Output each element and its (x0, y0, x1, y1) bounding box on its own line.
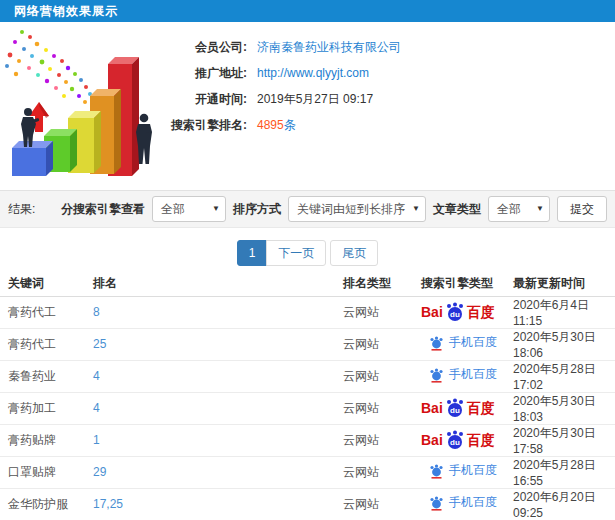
table-row: 膏药代工25云网站手机百度2020年5月30日 18:06 (0, 328, 615, 360)
engine-type-cell: 手机百度 (413, 456, 505, 488)
baidu-paw-icon: du (444, 430, 466, 450)
rank-type-cell: 云网站 (335, 392, 413, 424)
baidu-paw-icon: du (444, 302, 466, 322)
baidu-logo: Baidu百度 (421, 398, 495, 418)
promo-url-link[interactable]: http://www.qlyyjt.com (257, 66, 369, 80)
pagination: 1 下一页 尾页 (0, 240, 615, 266)
baidu-logo: Baidu百度 (421, 430, 495, 450)
keyword-cell: 口罩贴牌 (0, 456, 85, 488)
rank-link[interactable]: 25 (85, 328, 335, 360)
rank-type-cell: 云网站 (335, 424, 413, 456)
engine-type-cell: Baidu百度 (413, 424, 505, 456)
col-engine-type: 搜索引擎类型 (413, 272, 505, 296)
table-row: 秦鲁药业4云网站手机百度2020年5月28日 17:02 (0, 360, 615, 392)
engine-filter-label: 分搜索引擎查看 (61, 201, 145, 218)
member-info-fields: 会员公司: 济南秦鲁药业科技有限公司 推广地址: http://www.qlyy… (165, 34, 401, 138)
rank-unit: 条 (284, 118, 296, 132)
keyword-cell: 金华防护服 (0, 488, 85, 520)
engine-type-cell: 手机百度 (413, 328, 505, 360)
updated-cell: 2020年5月30日 18:06 (505, 328, 615, 360)
mobile-baidu-logo: 手机百度 (421, 366, 497, 383)
rank-link[interactable]: 4 (85, 392, 335, 424)
open-time-value: 2019年5月27日 09:17 (257, 91, 373, 108)
keyword-cell: 膏药加工 (0, 392, 85, 424)
sort-filter-select[interactable]: 关键词由短到长排序 ▼ (288, 196, 426, 222)
rank-type-cell: 云网站 (335, 488, 413, 520)
col-keyword: 关键词 (0, 272, 85, 296)
keyword-cell: 膏药代工 (0, 296, 85, 328)
rank-type-cell: 云网站 (335, 328, 413, 360)
company-value[interactable]: 济南秦鲁药业科技有限公司 (257, 39, 401, 56)
col-updated: 最新更新时间 (505, 272, 615, 296)
next-page-button[interactable]: 下一页 (266, 240, 326, 266)
info-section: 会员公司: 济南秦鲁药业科技有限公司 推广地址: http://www.qlyy… (0, 22, 615, 190)
confetti-dots (5, 30, 92, 104)
company-label: 会员公司: (165, 39, 247, 56)
results-tbody: 膏药代工8云网站Baidu百度2020年6月4日 11:15膏药代工25云网站手… (0, 296, 615, 520)
mobile-baidu-logo: 手机百度 (421, 334, 497, 351)
table-row: 膏药贴牌1云网站Baidu百度2020年5月30日 17:58 (0, 424, 615, 456)
updated-cell: 2020年5月28日 17:02 (505, 360, 615, 392)
promo-url-row: 推广地址: http://www.qlyyjt.com (165, 60, 401, 86)
open-time-row: 开通时间: 2019年5月27日 09:17 (165, 86, 401, 112)
growth-chart-illustration (2, 28, 174, 186)
results-table: 关键词 排名 排名类型 搜索引擎类型 最新更新时间 膏药代工8云网站Baidu百… (0, 272, 615, 520)
engine-filter-value: 全部 (161, 202, 185, 216)
table-row: 膏药加工4云网站Baidu百度2020年5月30日 18:03 (0, 392, 615, 424)
updated-cell: 2020年5月30日 17:58 (505, 424, 615, 456)
article-type-label: 文章类型 (433, 201, 481, 218)
engine-rank-row: 搜索引擎排名: 4895条 (165, 112, 401, 138)
engine-rank-label: 搜索引擎排名: (165, 117, 247, 134)
rank-link[interactable]: 4 (85, 360, 335, 392)
col-rank-type: 排名类型 (335, 272, 413, 296)
filter-bar: 结果: 分搜索引擎查看 全部 ▼ 排序方式 关键词由短到长排序 ▼ 文章类型 全… (0, 190, 615, 228)
rank-type-cell: 云网站 (335, 456, 413, 488)
open-time-label: 开通时间: (165, 91, 247, 108)
article-type-select[interactable]: 全部 ▼ (488, 196, 550, 222)
submit-button[interactable]: 提交 (557, 196, 607, 222)
chevron-down-icon: ▼ (212, 197, 220, 221)
engine-type-cell: Baidu百度 (413, 296, 505, 328)
mobile-baidu-icon (429, 335, 444, 351)
rank-link[interactable]: 17,25 (85, 488, 335, 520)
engine-type-cell: 手机百度 (413, 360, 505, 392)
rank-type-cell: 云网站 (335, 296, 413, 328)
table-header-row: 关键词 排名 排名类型 搜索引擎类型 最新更新时间 (0, 272, 615, 296)
promo-url-label: 推广地址: (165, 65, 247, 82)
mobile-baidu-logo: 手机百度 (421, 494, 497, 511)
engine-type-cell: Baidu百度 (413, 392, 505, 424)
rank-link[interactable]: 1 (85, 424, 335, 456)
rank-count: 4895 (257, 118, 284, 132)
chevron-down-icon: ▼ (536, 197, 544, 221)
result-label: 结果: (8, 201, 35, 218)
updated-cell: 2020年6月20日 09:25 (505, 488, 615, 520)
engine-rank-value: 4895条 (257, 117, 296, 134)
rank-link[interactable]: 8 (85, 296, 335, 328)
svg-text:du: du (450, 310, 460, 319)
company-row: 会员公司: 济南秦鲁药业科技有限公司 (165, 34, 401, 60)
svg-text:du: du (450, 406, 460, 415)
engine-type-cell: 手机百度 (413, 488, 505, 520)
last-page-button[interactable]: 尾页 (330, 240, 378, 266)
mobile-baidu-logo: 手机百度 (421, 462, 497, 479)
col-rank: 排名 (85, 272, 335, 296)
updated-cell: 2020年5月30日 18:03 (505, 392, 615, 424)
article-type-value: 全部 (497, 202, 521, 216)
table-row: 金华防护服17,25云网站手机百度2020年6月20日 09:25 (0, 488, 615, 520)
baidu-logo: Baidu百度 (421, 302, 495, 322)
updated-cell: 2020年6月4日 11:15 (505, 296, 615, 328)
chevron-down-icon: ▼ (412, 197, 420, 221)
keyword-cell: 膏药贴牌 (0, 424, 85, 456)
table-row: 口罩贴牌29云网站手机百度2020年5月28日 16:55 (0, 456, 615, 488)
mobile-baidu-icon (429, 463, 444, 479)
rank-link[interactable]: 29 (85, 456, 335, 488)
page-1-button[interactable]: 1 (237, 240, 268, 266)
filter-controls: 分搜索引擎查看 全部 ▼ 排序方式 关键词由短到长排序 ▼ 文章类型 全部 ▼ … (61, 196, 607, 222)
keyword-cell: 秦鲁药业 (0, 360, 85, 392)
mobile-baidu-icon (429, 367, 444, 383)
updated-cell: 2020年5月28日 16:55 (505, 456, 615, 488)
engine-filter-select[interactable]: 全部 ▼ (152, 196, 226, 222)
svg-text:du: du (450, 438, 460, 447)
keyword-cell: 膏药代工 (0, 328, 85, 360)
sort-filter-value: 关键词由短到长排序 (297, 202, 405, 216)
